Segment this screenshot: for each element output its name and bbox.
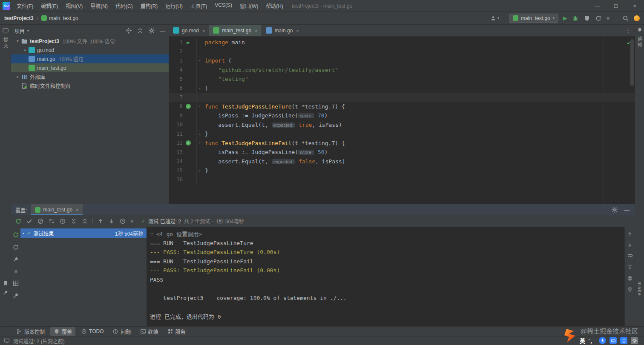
fold-down-icon[interactable]: ▾	[196, 56, 203, 66]
menu-item[interactable]: 视图(V)	[62, 1, 86, 11]
run-with-coverage-button[interactable]	[584, 15, 590, 22]
test-console-output[interactable]: +<4 go 设置调用>=== RUN TestJudgePassLineTur…	[147, 227, 624, 326]
tree-item[interactable]: ▸外部库	[11, 72, 169, 81]
menu-item[interactable]: 编辑(E)	[37, 1, 62, 11]
close-icon[interactable]: ×	[76, 207, 78, 212]
test-passed-icon[interactable]: ✓	[183, 104, 194, 109]
fold-down-icon[interactable]: ▾	[196, 139, 203, 148]
rerun-tests-icon[interactable]	[15, 218, 22, 225]
rerun-icon[interactable]	[12, 231, 19, 238]
scroll-up-icon[interactable]	[627, 231, 633, 237]
bookmark-icon[interactable]	[3, 280, 9, 286]
commit-tool-window-button[interactable]: 提交	[2, 37, 9, 48]
test-history-icon[interactable]	[119, 218, 126, 225]
code-line[interactable]: 9 isPass := JudgePassLine(score: 70)	[169, 111, 635, 120]
refresh-icon[interactable]	[12, 244, 19, 251]
editor-tab-go-mod[interactable]: go.mod×	[169, 25, 209, 36]
menu-item[interactable]: 窗口(W)	[236, 1, 262, 11]
expand-all-icon[interactable]	[70, 218, 77, 225]
tool-window-button-problem[interactable]: 问题	[109, 327, 134, 336]
tool-window-button-services[interactable]: 服务	[164, 327, 189, 336]
editor-tab-main_test-go[interactable]: main_test.go×	[209, 25, 262, 36]
tool-window-button-shield[interactable]: 覆盖	[50, 327, 75, 336]
hide-panel-icon[interactable]: —	[160, 28, 165, 34]
sort-by-duration-icon[interactable]	[59, 218, 66, 225]
code-line[interactable]: 3▾import (	[169, 56, 635, 66]
next-failed-test-icon[interactable]	[108, 218, 115, 225]
maximize-button[interactable]: □	[607, 0, 625, 11]
code-editor[interactable]: ✔ 1▶▶package main23▾import (4 "github.co…	[169, 37, 635, 204]
breadcrumb-project[interactable]: testProject3	[4, 15, 34, 21]
collapse-all-icon[interactable]	[81, 218, 88, 225]
ime-settings-icon[interactable]	[631, 337, 638, 344]
code-line[interactable]: 12✓▾func TestJudgePassLineFail(t *testin…	[169, 139, 635, 148]
menu-item[interactable]: 工具(T)	[187, 1, 211, 11]
close-icon[interactable]: ×	[296, 28, 299, 33]
code-line[interactable]: 15▴}	[169, 166, 635, 175]
fold-expand-icon[interactable]: +	[150, 232, 154, 236]
code-line[interactable]: 10 assert.Equal(t, expected: true, isPas…	[169, 120, 635, 130]
clear-console-icon[interactable]	[627, 286, 633, 292]
close-button[interactable]: ×	[625, 0, 644, 11]
close-icon[interactable]: ×	[202, 28, 205, 33]
screen-icon[interactable]	[620, 337, 627, 344]
test-results-row[interactable]: ▾ ✓ 测试结果 1秒 504毫秒	[20, 228, 147, 238]
minimize-button[interactable]: —	[588, 0, 607, 11]
tree-item[interactable]: main_test.go	[11, 63, 169, 72]
menu-item[interactable]: 帮助(H)	[262, 1, 287, 11]
tree-item[interactable]: ▾testProject3100% 文件, 100% 语句	[11, 37, 169, 46]
tool-window-button-todo[interactable]: TODO	[78, 328, 107, 335]
chevron-right-icon[interactable]: ▸	[14, 75, 21, 79]
run-configuration-select[interactable]: main_test.go ▾	[509, 14, 558, 23]
hide-panel-icon[interactable]: —	[624, 207, 630, 213]
coverage-tab[interactable]: main_test.go ×	[31, 204, 82, 215]
code-line[interactable]: 11▴}	[169, 129, 635, 139]
gear-icon[interactable]	[611, 206, 618, 213]
layout-icon[interactable]	[12, 280, 19, 287]
breadcrumb-file[interactable]: main_test.go	[41, 15, 78, 21]
chevron-right-icon[interactable]: ▸	[22, 48, 29, 52]
chevron-down-icon[interactable]: ▾	[14, 39, 21, 43]
test-passed-icon[interactable]: ✓	[186, 140, 191, 145]
scroll-to-end-icon[interactable]	[627, 264, 633, 270]
code-line[interactable]: 13 isPass := JudgePassLine(score: 50)	[169, 148, 635, 157]
toggle-auto-test-icon[interactable]	[37, 218, 44, 225]
rerun-failed-tests-icon[interactable]	[26, 218, 33, 225]
test-passed-icon[interactable]: ✓	[183, 140, 194, 145]
locate-file-icon[interactable]	[125, 27, 132, 34]
update-notification-icon[interactable]	[634, 15, 640, 21]
code-line[interactable]: 7	[169, 93, 635, 102]
bell-icon[interactable]	[637, 27, 643, 33]
rerun-button[interactable]	[595, 15, 602, 22]
chevron-down-icon[interactable]: ▾	[23, 231, 24, 235]
code-line[interactable]: 8✓▾func TestJudgePassLineTure(t *testing…	[169, 102, 635, 111]
code-line[interactable]: 5 "testing"	[169, 74, 635, 84]
editor-tab-main-go[interactable]: main.go×	[262, 25, 303, 36]
test-passed-icon[interactable]: ✓	[186, 104, 191, 109]
stop-icon[interactable]: ■	[14, 268, 17, 274]
pin-tab-icon[interactable]	[12, 292, 19, 299]
menu-item[interactable]: 导航(N)	[86, 1, 112, 11]
ime-language-indicator[interactable]: 英	[580, 336, 585, 345]
tab-options-icon[interactable]: ⋮	[621, 25, 635, 36]
menu-item[interactable]: VCS(S)	[211, 1, 236, 11]
fold-up-icon[interactable]: ▴	[196, 166, 203, 175]
tree-item[interactable]: 临时文件和控制台	[11, 81, 169, 90]
run-button[interactable]: ▶	[563, 15, 567, 21]
menu-item[interactable]: 重构(R)	[137, 1, 162, 11]
code-line[interactable]: 6▴)	[169, 84, 635, 93]
print-icon[interactable]	[627, 275, 633, 281]
ime-punctuation-indicator[interactable]: ’，	[589, 336, 595, 345]
fold-down-icon[interactable]: ▾	[196, 102, 203, 111]
inspections-ok-icon[interactable]: ✔	[627, 40, 630, 46]
gear-icon[interactable]	[148, 27, 155, 34]
code-line[interactable]: 4 "github.com/stretchr/testify/assert"	[169, 66, 635, 75]
pin-icon[interactable]	[3, 290, 9, 296]
sort-alphabetically-icon[interactable]	[48, 218, 55, 225]
tree-item[interactable]: ▸go.mod	[11, 46, 169, 54]
make-tool-window-button[interactable]: make	[637, 282, 642, 297]
tool-window-button-terminal[interactable]: 终端	[137, 327, 162, 336]
tree-item[interactable]: main.go100% 语句	[11, 54, 169, 63]
code-line[interactable]: 14 assert.Equal(t, expected: false, isPa…	[169, 157, 635, 166]
keyboard-icon[interactable]	[610, 337, 617, 344]
